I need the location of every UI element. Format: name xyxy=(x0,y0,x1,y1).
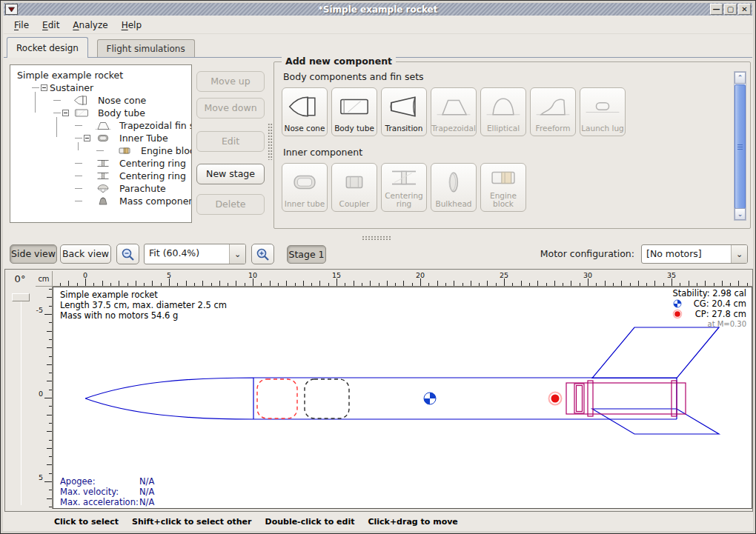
menu-item-analyze[interactable]: Analyze xyxy=(67,18,113,33)
ruler-tick xyxy=(295,283,296,286)
tree-item-centering-ring[interactable]: Centering ring xyxy=(75,170,186,182)
tree-guide-line xyxy=(35,92,36,113)
horizontal-splitter[interactable] xyxy=(362,236,391,240)
ruler-tick xyxy=(596,283,597,286)
engine-block-icon xyxy=(115,145,134,156)
stage-1-toggle[interactable]: Stage 1 xyxy=(287,245,326,264)
menu-item-help[interactable]: Help xyxy=(116,18,147,33)
component-button-label: Launch lug xyxy=(581,124,624,133)
top-ruler: 05101520253035 xyxy=(53,271,752,287)
component-tree[interactable]: Simple example rocketSustainerNose coneB… xyxy=(10,64,192,223)
mass-component-outline[interactable] xyxy=(305,379,349,418)
tree-item-nose-cone[interactable]: Nose cone xyxy=(53,94,146,107)
zoom-in-button[interactable] xyxy=(251,244,274,264)
close-button[interactable]: ✕ xyxy=(738,4,751,15)
maximize-button[interactable]: ▢ xyxy=(724,4,737,15)
ruler-tick xyxy=(471,281,471,286)
nose-cone-shape[interactable] xyxy=(85,378,253,419)
transition-icon xyxy=(386,95,422,119)
tree-item-simple-example-rocket[interactable]: Simple example rocket xyxy=(15,69,123,81)
motor-configuration-select[interactable]: [No motors] ⌄ xyxy=(641,244,748,264)
tree-item-engine-block[interactable]: Engine block xyxy=(96,144,192,157)
tree-expander-icon[interactable] xyxy=(41,84,47,91)
launch-lug-icon xyxy=(585,95,620,119)
ruler-tick xyxy=(270,281,271,286)
ruler-tick xyxy=(412,283,413,286)
ruler-tick xyxy=(49,339,52,340)
ruler-tick xyxy=(228,283,228,286)
chevron-down-icon[interactable]: ⌄ xyxy=(229,244,245,264)
ruler-tick xyxy=(512,283,513,286)
scroll-down-icon[interactable]: ⌄ xyxy=(735,208,746,220)
component-button-label: Engine block xyxy=(481,192,525,208)
minimize-button[interactable]: — xyxy=(710,4,723,15)
tree-item-inner-tube[interactable]: Inner Tube xyxy=(75,132,168,144)
parachute-outline[interactable] xyxy=(257,379,297,418)
ruler-tick xyxy=(49,473,52,474)
add-bulkhead-button: Bulkhead xyxy=(431,163,477,212)
tree-item-label: Mass component xyxy=(119,196,192,207)
edit-button: Edit xyxy=(196,131,265,152)
new-stage-button[interactable]: New stage xyxy=(196,164,265,184)
add-body-tube-button[interactable]: Body tube xyxy=(331,87,377,136)
ruler-tick xyxy=(47,364,52,365)
hint-click: Click to select xyxy=(54,517,119,527)
fin-trapezoidal-icon xyxy=(436,88,471,124)
zoom-select[interactable]: Fit (60.4%) ⌄ xyxy=(144,244,246,264)
add-component-group: Add new component Body components and fi… xyxy=(273,61,751,229)
rocket-canvas[interactable]: Simple example rocket Length 37.5 cm, ma… xyxy=(53,287,752,509)
scroll-up-icon[interactable]: ⌃ xyxy=(735,72,746,84)
add-nose-cone-button[interactable]: Nose cone xyxy=(282,87,328,136)
window-menu-icon[interactable] xyxy=(5,4,18,15)
tree-item-centering-ring[interactable]: Centering ring xyxy=(75,157,186,170)
centering-ring-icon xyxy=(93,170,113,181)
fin-lower-shape[interactable] xyxy=(592,409,719,434)
tree-item-body-tube[interactable]: Body tube xyxy=(53,107,145,119)
move-down-button: Move down xyxy=(196,98,265,119)
tree-item-mass-component[interactable]: Mass component xyxy=(75,195,192,207)
side-view-button[interactable]: Side view xyxy=(10,244,57,264)
tree-item-parachute[interactable]: Parachute xyxy=(75,182,166,195)
tab-rocket-design[interactable]: Rocket design xyxy=(7,37,88,58)
back-view-button[interactable]: Back view xyxy=(60,244,111,264)
fin-upper-shape[interactable] xyxy=(592,327,719,378)
menu-item-file[interactable]: File xyxy=(8,18,35,33)
ruler-tick xyxy=(49,440,52,441)
ruler-tick xyxy=(253,278,253,286)
ruler-label: 30 xyxy=(577,271,599,279)
parachute-icon xyxy=(93,183,113,194)
nose-cone-icon xyxy=(72,95,91,106)
ruler-tick xyxy=(47,347,52,348)
menu-item-edit[interactable]: Edit xyxy=(36,18,65,33)
ruler-label: 20 xyxy=(409,271,431,279)
tree-expander-icon[interactable] xyxy=(62,110,69,116)
zoom-out-button[interactable] xyxy=(116,244,139,264)
body-tube-icon xyxy=(336,95,372,119)
vertical-splitter[interactable] xyxy=(268,123,273,160)
add-transition-button[interactable]: Transition xyxy=(381,87,427,136)
tab-flight-simulations[interactable]: Flight simulations xyxy=(97,39,195,58)
ruler-tick xyxy=(689,281,689,286)
coupler-icon xyxy=(336,170,372,194)
hint-shift-click: Shift+click to select other xyxy=(132,517,252,527)
tree-item-sustainer[interactable]: Sustainer xyxy=(32,81,93,94)
ruler-tick xyxy=(186,281,187,286)
svg-text:Apogee:: Apogee: xyxy=(60,476,96,487)
tree-item-label: Nose cone xyxy=(98,95,146,106)
title-bar[interactable]: *Simple example rocket — ▢ ✕ xyxy=(4,3,752,16)
chevron-down-icon[interactable]: ⌄ xyxy=(731,245,747,263)
scrollbar-thumb[interactable] xyxy=(735,84,746,209)
tree-item-trapezoidal-fin-set[interactable]: Trapezoidal fin set xyxy=(75,119,192,132)
rotation-slider-track[interactable] xyxy=(21,296,21,505)
tree-expander-icon[interactable] xyxy=(84,135,90,141)
add-centering-ring-button: Centering ring xyxy=(381,163,427,212)
mass-component-icon xyxy=(93,196,113,207)
inner-tube-assembly[interactable] xyxy=(566,381,686,416)
body-tube-shape[interactable] xyxy=(253,378,677,419)
body-tube-icon xyxy=(336,88,372,124)
ruler-tick xyxy=(49,406,52,407)
inner-components-row: Inner tubeCouplerCentering ringBulkheadE… xyxy=(282,163,526,212)
component-scrollbar[interactable]: ⌃ ⌄ xyxy=(734,71,746,221)
rotation-slider-handle[interactable] xyxy=(12,293,30,301)
delete-button: Delete xyxy=(196,194,265,215)
